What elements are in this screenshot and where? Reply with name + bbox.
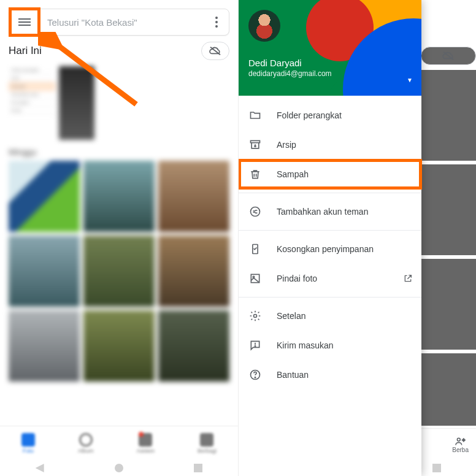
phone-check-icon <box>248 242 262 256</box>
hamburger-icon <box>18 17 31 28</box>
help-icon <box>248 368 262 382</box>
nav-recents-icon[interactable] <box>194 464 202 472</box>
nav-drawer: Dedi Daryadi dedidaryadi4@gmail.com ▼ Fo… <box>239 0 421 476</box>
nav-recents-icon[interactable] <box>432 464 441 472</box>
scan-icon <box>248 272 262 285</box>
archive-icon <box>248 138 262 152</box>
svg-point-14 <box>254 315 257 318</box>
user-email: dedidaryadi4@gmail.com <box>248 69 412 78</box>
menu-label: Tambahkan akun teman <box>277 207 368 217</box>
drawer-menu: Folder perangkat Arsip Sampah Tambahkan <box>239 96 421 394</box>
menu-label: Kosongkan penyimpanan <box>277 244 374 254</box>
nav-back-icon[interactable] <box>36 464 44 472</box>
menu-archive[interactable]: Arsip <box>239 130 421 159</box>
trash-icon <box>248 167 262 181</box>
section-today-title: Hari Ini <box>9 45 42 57</box>
menu-trash[interactable]: Sampah <box>239 159 421 189</box>
overflow-menu-icon[interactable] <box>209 15 224 29</box>
tab-albums[interactable]: Album <box>78 433 94 454</box>
menu-scan[interactable]: Pindai foto <box>239 264 421 293</box>
external-link-icon <box>403 274 413 283</box>
svg-point-3 <box>457 438 460 441</box>
screen-drawer: Berba Dedi Daryadi dedidaryadi4@gmail.co… <box>238 0 476 476</box>
menu-help[interactable]: Bantuan <box>239 360 421 390</box>
backup-off-icon[interactable] <box>201 42 229 60</box>
menu-label: Setelan <box>277 311 305 321</box>
account-chevron-icon[interactable]: ▼ <box>407 77 413 83</box>
android-navbar <box>0 460 238 476</box>
menu-label: Kirim masukan <box>277 340 334 350</box>
nav-home-icon[interactable] <box>115 464 123 472</box>
svg-point-18 <box>255 377 255 378</box>
photo-content-blurred: Folder perangkat Arsip Sampah Tambahkan … <box>0 60 238 382</box>
tab-share-label: Berba <box>452 447 469 453</box>
hamburger-button[interactable] <box>9 7 40 37</box>
menu-label: Pindai foto <box>277 274 317 283</box>
backup-off-icon[interactable] <box>421 47 476 65</box>
gear-icon <box>248 309 262 323</box>
menu-label: Sampah <box>277 169 309 179</box>
feedback-icon <box>248 339 262 352</box>
menu-add-account[interactable]: Tambahkan akun teman <box>239 197 421 226</box>
drawer-header[interactable]: Dedi Daryadi dedidaryadi4@gmail.com ▼ <box>239 0 421 96</box>
menu-label: Bantuan <box>277 370 309 380</box>
menu-settings[interactable]: Setelan <box>239 301 421 331</box>
shared-icon <box>248 205 262 218</box>
folder-icon <box>248 109 262 122</box>
avatar <box>248 10 280 42</box>
user-name: Dedi Daryadi <box>248 58 412 68</box>
bottom-tabs: Foto Album Asisten Berbagi <box>0 426 238 460</box>
svg-point-16 <box>255 346 255 347</box>
tab-share[interactable]: Berbagi <box>198 433 217 454</box>
tab-photos[interactable]: Foto <box>21 433 35 454</box>
menu-free-up[interactable]: Kosongkan penyimpanan <box>239 234 421 264</box>
svg-point-10 <box>251 207 260 217</box>
tab-assistant[interactable]: Asisten <box>136 433 155 454</box>
search-placeholder: Telusuri "Kota Bekasi" <box>47 17 209 28</box>
menu-device-folders[interactable]: Folder perangkat <box>239 101 421 130</box>
menu-label: Arsip <box>277 140 296 150</box>
tab-share[interactable]: Berba <box>452 436 469 453</box>
search-bar[interactable]: Telusuri "Kota Bekasi" <box>9 9 229 36</box>
menu-label: Folder perangkat <box>277 110 342 120</box>
menu-feedback[interactable]: Kirim masukan <box>239 331 421 360</box>
screen-main: Telusuri "Kota Bekasi" Hari Ini Folder p… <box>0 0 238 476</box>
svg-rect-7 <box>251 140 260 142</box>
